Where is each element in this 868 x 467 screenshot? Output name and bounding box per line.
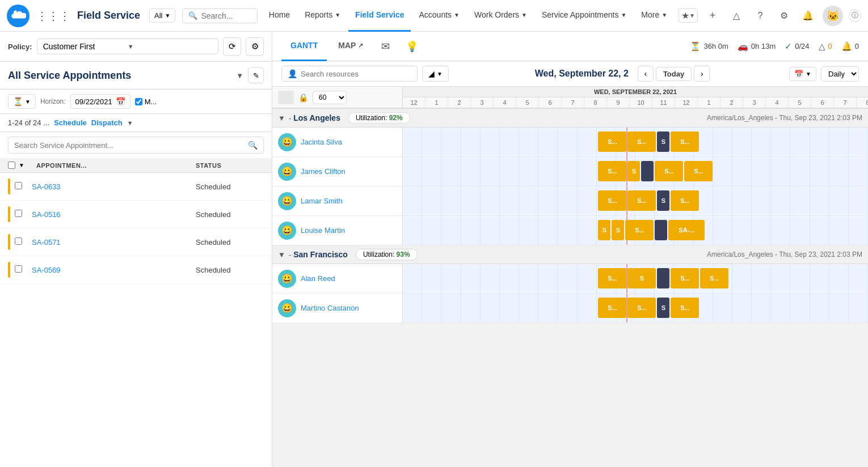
- nav-more[interactable]: More ▼: [634, 0, 674, 32]
- row-checkbox[interactable]: [15, 265, 32, 274]
- appointment-search[interactable]: 🔍: [8, 137, 264, 154]
- tab-gantt[interactable]: GANTT: [281, 32, 327, 61]
- appointment-block[interactable]: S...: [655, 161, 683, 181]
- appointment-block[interactable]: S...: [671, 190, 699, 211]
- calendar-view-button[interactable]: 📅 ▼: [789, 67, 816, 81]
- multiday-checkbox[interactable]: [135, 98, 142, 105]
- nav-work-orders[interactable]: Work Orders ▼: [467, 0, 534, 32]
- appointment-block[interactable]: S...: [684, 161, 713, 181]
- row-select-checkbox[interactable]: [15, 237, 22, 245]
- filter-button[interactable]: ◢ ▼: [422, 66, 449, 82]
- next-date-button[interactable]: ›: [694, 66, 710, 82]
- help-button[interactable]: ?: [751, 7, 769, 25]
- favorites-button[interactable]: ★ ▼: [679, 9, 698, 23]
- appointment-blocks: S...SS...S...: [598, 160, 713, 183]
- row-select-checkbox[interactable]: [15, 265, 22, 273]
- today-button[interactable]: Today: [656, 67, 692, 81]
- zoom-select[interactable]: 60: [313, 91, 347, 104]
- resource-name[interactable]: Martino Castanon: [301, 304, 359, 312]
- appointments-edit-button[interactable]: ✎: [248, 67, 264, 83]
- appointment-block[interactable]: S...: [627, 190, 656, 211]
- resource-name[interactable]: James Clifton: [301, 167, 345, 176]
- salesforce-logo[interactable]: [7, 5, 30, 27]
- nav-service-appointments[interactable]: Service Appointments ▼: [535, 0, 633, 32]
- appointment-block[interactable]: S...: [598, 298, 626, 318]
- policy-selector[interactable]: Customer First ▼: [37, 39, 218, 54]
- appointment-block[interactable]: S...: [627, 131, 656, 152]
- appointment-id[interactable]: SA-0569: [32, 266, 196, 274]
- resource-name[interactable]: Alan Reed: [301, 274, 335, 283]
- resource-name[interactable]: Lamar Smith: [301, 197, 343, 205]
- policy-refresh-button[interactable]: ⟳: [223, 37, 241, 56]
- appointment-block[interactable]: S...: [598, 268, 626, 288]
- row-checkbox[interactable]: [15, 182, 32, 191]
- notifications-button[interactable]: 🔔: [799, 7, 817, 25]
- appointment-block[interactable]: S...: [625, 220, 654, 240]
- appointment-block[interactable]: S: [598, 220, 610, 240]
- appointments-dropdown-icon[interactable]: ▼: [236, 71, 243, 80]
- appointment-block[interactable]: S: [612, 220, 624, 240]
- info-button[interactable]: ⓘ: [849, 10, 861, 22]
- select-all-checkbox[interactable]: [8, 162, 15, 169]
- table-header: ▼ APPOINTMEN... STATUS: [0, 158, 272, 173]
- setup-assistant-button[interactable]: △: [727, 7, 745, 25]
- appointment-search-input[interactable]: [14, 141, 248, 150]
- view-mode-select[interactable]: Daily: [821, 66, 859, 82]
- schedule-button[interactable]: Schedule: [54, 118, 87, 127]
- add-button[interactable]: +: [703, 7, 722, 25]
- region-toggle-icon[interactable]: ▼: [278, 114, 285, 122]
- global-search-bar[interactable]: 🔍: [182, 9, 257, 23]
- appointment-block[interactable]: S: [657, 131, 669, 152]
- appointment-block[interactable]: S...: [700, 268, 728, 288]
- row-select-checkbox[interactable]: [15, 182, 22, 189]
- setup-gear-button[interactable]: ⚙: [775, 7, 793, 25]
- apps-grid-icon[interactable]: ⋮⋮⋮: [36, 9, 70, 23]
- appointment-block[interactable]: S...: [598, 190, 626, 211]
- time-filter-button[interactable]: ⏳ ▼: [8, 94, 36, 109]
- appointment-block[interactable]: S: [657, 190, 669, 211]
- resource-name[interactable]: Louise Martin: [301, 226, 345, 235]
- search-input[interactable]: [201, 11, 251, 20]
- appointment-block[interactable]: S...: [598, 161, 626, 181]
- tab-map[interactable]: MAP ↗: [329, 32, 372, 61]
- appointment-block[interactable]: S...: [671, 131, 699, 152]
- appointment-block[interactable]: S: [657, 298, 669, 318]
- row-checkbox[interactable]: [15, 210, 32, 219]
- row-select-checkbox[interactable]: [15, 210, 22, 217]
- resource-timeline: S...S...SS...: [403, 294, 868, 322]
- appointment-block[interactable]: S: [627, 268, 656, 288]
- appointment-block[interactable]: [657, 268, 669, 288]
- resource-name[interactable]: Jacinta Silva: [301, 138, 342, 146]
- appointment-block[interactable]: S: [627, 161, 640, 181]
- results-dropdown-icon[interactable]: ▼: [127, 120, 133, 126]
- search-scope-selector[interactable]: All ▼: [149, 9, 175, 23]
- appointment-block[interactable]: S...: [598, 131, 626, 152]
- region-toggle-icon[interactable]: ▼: [278, 251, 285, 259]
- horizon-date-picker[interactable]: 09/22/2021 📅: [70, 94, 130, 109]
- policy-settings-button[interactable]: ⚙: [246, 37, 264, 56]
- appointment-block[interactable]: [655, 220, 667, 240]
- user-avatar[interactable]: 🐱: [823, 6, 843, 26]
- nav-field-service[interactable]: Field Service: [348, 0, 411, 32]
- multiday-checkbox-label[interactable]: M...: [135, 97, 157, 106]
- dispatch-button[interactable]: Dispatch: [91, 118, 123, 127]
- appointment-id[interactable]: SA-0633: [32, 182, 196, 191]
- appointment-block[interactable]: S...: [671, 268, 699, 288]
- table-col-status: STATUS: [196, 162, 264, 169]
- prev-date-button[interactable]: ‹: [638, 66, 654, 82]
- appointment-block[interactable]: S...: [627, 298, 656, 318]
- lightbulb-icon-tab[interactable]: 💡: [399, 32, 425, 61]
- table-header-check[interactable]: ▼: [8, 162, 36, 169]
- email-icon-tab[interactable]: ✉: [374, 32, 397, 61]
- row-checkbox[interactable]: [15, 237, 32, 247]
- resource-search[interactable]: 👤: [281, 66, 418, 82]
- appointment-block[interactable]: S...: [671, 298, 699, 318]
- nav-accounts[interactable]: Accounts ▼: [412, 0, 466, 32]
- appointment-id[interactable]: SA-0516: [32, 210, 196, 219]
- nav-home[interactable]: Home: [262, 0, 297, 32]
- appointment-block[interactable]: [641, 161, 654, 181]
- nav-reports[interactable]: Reports ▼: [298, 0, 347, 32]
- resource-search-input[interactable]: [301, 70, 411, 78]
- appointment-block[interactable]: SA-...: [668, 220, 705, 240]
- appointment-id[interactable]: SA-0571: [32, 238, 196, 247]
